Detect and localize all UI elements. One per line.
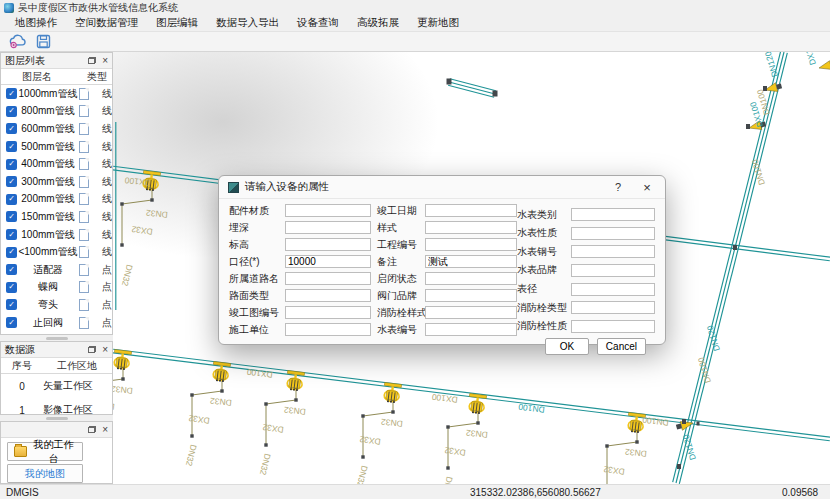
layer-type: 点 (102, 298, 112, 312)
layer-checkbox[interactable] (6, 159, 17, 170)
menu-item[interactable]: 空间数据管理 (66, 15, 147, 31)
cloud-add-icon[interactable] (8, 33, 26, 50)
my-map-button[interactable]: 我的地图 (7, 464, 83, 483)
field-input[interactable] (285, 204, 371, 217)
dialog-title-bar[interactable]: 请输入设备的属性 ? × (219, 176, 665, 199)
layer-checkbox[interactable] (6, 194, 17, 205)
menu-item[interactable]: 更新地图 (408, 15, 468, 31)
pipe-label: DX32 (359, 434, 382, 447)
layer-checkbox[interactable] (6, 317, 17, 328)
my-workbench-button[interactable]: 我的工作台 (7, 442, 83, 461)
layer-row[interactable]: 150mm管线 线 (1, 208, 112, 226)
document-icon (79, 123, 89, 135)
layer-checkbox[interactable] (6, 264, 17, 275)
field-input[interactable] (571, 283, 655, 296)
field-input[interactable] (285, 323, 371, 336)
field-input[interactable] (425, 238, 517, 251)
pipe-label: DN32 (184, 444, 199, 468)
layer-checkbox[interactable] (6, 88, 17, 99)
field-input[interactable] (285, 306, 371, 319)
field-input[interactable] (285, 255, 371, 268)
field-input[interactable] (425, 289, 517, 302)
layer-row[interactable]: 止回阀 点 (1, 314, 112, 332)
layer-row[interactable]: 300mm管线 线 (1, 173, 112, 191)
menu-bar: 地图操作 空间数据管理 图层编辑 数据导入导出 设备查询 高级拓展 更新地图 (0, 15, 830, 32)
layer-row[interactable]: 500mm管线 线 (1, 138, 112, 156)
pipe-label: DX32 (603, 464, 626, 477)
field-input[interactable] (571, 208, 655, 221)
menu-item[interactable]: 地图操作 (6, 15, 66, 31)
field-input[interactable] (285, 289, 371, 302)
layer-row[interactable]: 适配器 点 (1, 261, 112, 279)
layer-row[interactable]: 200mm管线 线 (1, 191, 112, 209)
layer-checkbox[interactable] (6, 299, 17, 310)
layer-type: 线 (102, 192, 112, 206)
menu-item[interactable]: 高级拓展 (348, 15, 408, 31)
close-panel-icon[interactable]: × (102, 57, 108, 65)
document-icon (79, 105, 89, 117)
field-input[interactable] (571, 245, 655, 258)
layer-checkbox[interactable] (6, 247, 17, 258)
datasource-row-no: 1 (1, 405, 43, 416)
cancel-button[interactable]: Cancel (597, 338, 646, 355)
layer-row[interactable]: 100mm管线 线 (1, 226, 112, 244)
datasource-row[interactable]: 0 矢量工作区 (1, 374, 112, 398)
layer-row[interactable]: 弯头 点 (1, 296, 112, 314)
close-panel-icon[interactable]: × (102, 426, 108, 434)
save-icon[interactable] (34, 33, 52, 50)
float-panel-icon[interactable] (88, 57, 96, 64)
field-input[interactable] (571, 301, 655, 314)
help-icon[interactable]: ? (610, 181, 626, 193)
layer-checkbox[interactable] (6, 229, 17, 240)
layer-row[interactable]: <100mm管线 线 (1, 243, 112, 261)
close-panel-icon[interactable]: × (102, 346, 108, 354)
layer-row[interactable]: 蝶阀 点 (1, 279, 112, 297)
workspace-panel-header: × (1, 422, 112, 438)
field-input[interactable] (285, 238, 371, 251)
float-panel-icon[interactable] (88, 426, 96, 433)
field-input[interactable] (425, 255, 517, 268)
layer-checkbox[interactable] (6, 141, 17, 152)
field-input[interactable] (425, 306, 517, 319)
ok-button[interactable]: OK (545, 338, 589, 355)
field-input[interactable] (425, 272, 517, 285)
layer-type: 线 (102, 210, 112, 224)
field-input[interactable] (425, 204, 517, 217)
field-input[interactable] (285, 221, 371, 234)
workspace-panel: × 我的工作台 我的地图 (0, 421, 113, 484)
field-row: 水表类别 (517, 208, 655, 221)
menu-item[interactable]: 数据导入导出 (207, 15, 288, 31)
layer-checkbox[interactable] (6, 123, 17, 134)
layer-row[interactable]: 1000mm管线 线 (1, 85, 112, 103)
field-row: 口径(*) (229, 255, 371, 268)
field-input[interactable] (571, 227, 655, 240)
title-bar: 吴中度假区市政供水管线信息化系统 (0, 0, 830, 15)
field-input[interactable] (571, 320, 655, 333)
layer-checkbox[interactable] (6, 106, 17, 117)
layer-checkbox[interactable] (6, 211, 17, 222)
status-app-name: DMGIS (6, 487, 39, 498)
field-label: 所属道路名 (229, 272, 285, 286)
dialog-buttons: OK Cancel (545, 338, 646, 355)
layer-type: 线 (102, 87, 112, 101)
close-icon[interactable]: × (638, 180, 656, 195)
field-row: 施工单位 (229, 323, 371, 336)
menu-item[interactable]: 设备查询 (288, 15, 348, 31)
field-input[interactable] (285, 272, 371, 285)
field-input[interactable] (425, 323, 517, 336)
datasource-row-name: 矢量工作区 (43, 379, 93, 393)
status-coordinates: 315332.02386,656080.56627 (470, 487, 601, 498)
layer-type: 点 (102, 263, 112, 277)
field-label: 水表品牌 (517, 263, 571, 277)
menu-item[interactable]: 图层编辑 (147, 15, 207, 31)
float-panel-icon[interactable] (88, 346, 96, 353)
field-input[interactable] (425, 221, 517, 234)
layer-checkbox[interactable] (6, 282, 17, 293)
field-input[interactable] (571, 264, 655, 277)
layer-checkbox[interactable] (6, 176, 17, 187)
layer-row[interactable]: 600mm管线 线 (1, 120, 112, 138)
flow-arrow-marker[interactable] (818, 60, 830, 73)
layer-row[interactable]: 400mm管线 线 (1, 155, 112, 173)
layer-row[interactable]: 800mm管线 线 (1, 103, 112, 121)
field-row: 竣工图编号 (229, 306, 371, 319)
